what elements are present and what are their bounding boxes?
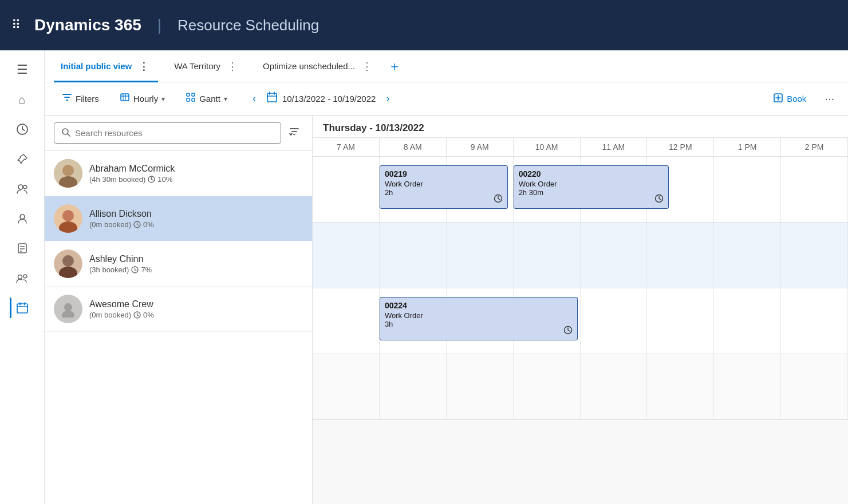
sidebar-item-resources[interactable]	[10, 176, 35, 201]
gantt-row: 00219 Work Order 2h 00220 Work Order 2h …	[313, 157, 848, 223]
search-box[interactable]	[54, 122, 281, 144]
resource-booked: (0m booked)	[89, 311, 131, 319]
sidebar-item-menu[interactable]: ☰	[10, 57, 35, 82]
sidebar-item-calendar[interactable]	[10, 295, 35, 320]
sidebar-item-teams[interactable]	[10, 265, 35, 291]
work-order-00219[interactable]: 00219 Work Order 2h	[380, 165, 508, 209]
resource-name: Abraham McCormick	[89, 164, 303, 174]
time-slot: 12 PM	[647, 138, 714, 156]
next-arrow[interactable]: ›	[378, 89, 397, 109]
list-item[interactable]: Awesome Crew (0m booked) 0%	[45, 287, 312, 332]
tab-optimize[interactable]: Optimize unscheduled... ⋮	[256, 50, 381, 82]
hourly-button[interactable]: Hourly ▾	[112, 88, 173, 109]
tabs-bar: Initial public view ⋮ WA Territory ⋮ Opt…	[45, 50, 848, 82]
svg-point-3	[20, 215, 25, 219]
gantt-panel: Thursday - 10/13/2022 7 AM 8 AM 9 AM 10 …	[313, 116, 848, 504]
gantt-cell	[313, 354, 380, 419]
wo-duration: 2h	[385, 188, 503, 197]
wo-type: Work Order	[385, 311, 573, 320]
svg-point-39	[62, 210, 74, 221]
resource-info: Ashley Chinn (3h booked) 7%	[89, 254, 303, 274]
avatar	[54, 204, 82, 233]
sidebar-item-reports[interactable]	[10, 236, 35, 261]
tab-wa-territory[interactable]: WA Territory ⋮	[167, 50, 247, 82]
clock-icon	[131, 266, 139, 273]
time-slot: 11 AM	[581, 138, 648, 156]
nav-divider: |	[157, 16, 161, 34]
resource-booked: (3h booked)	[89, 265, 129, 274]
toolbar-more-button[interactable]: ···	[820, 90, 839, 108]
tab-initial-public-view[interactable]: Initial public view ⋮	[54, 50, 158, 82]
resource-name: Allison Dickson	[89, 209, 303, 219]
svg-point-8	[18, 275, 22, 279]
list-item[interactable]: Abraham McCormick (4h 30m booked) 10%	[45, 151, 312, 196]
gantt-cell	[781, 157, 848, 222]
resource-name: Awesome Crew	[89, 299, 303, 309]
calendar-icon	[266, 92, 278, 106]
time-slot: 7 AM	[313, 138, 380, 156]
wo-duration: 2h 30m	[519, 188, 664, 197]
tab-more-initial[interactable]: ⋮	[136, 60, 151, 73]
gantt-chevron: ▾	[224, 95, 227, 103]
filters-button[interactable]: Filters	[54, 88, 107, 109]
resource-utilization: 0%	[143, 311, 154, 319]
svg-rect-19	[192, 93, 195, 96]
tab-more-wa[interactable]: ⋮	[225, 60, 240, 73]
tab-more-optimize[interactable]: ⋮	[360, 60, 374, 73]
date-range-text: 10/13/2022 - 10/19/2022	[282, 94, 376, 104]
gantt-icon	[186, 92, 196, 105]
sidebar-item-pin[interactable]	[10, 146, 35, 172]
gantt-cell	[781, 354, 848, 419]
sidebar-item-home[interactable]: ⌂	[10, 87, 35, 112]
gantt-row	[313, 354, 848, 420]
resource-name: Ashley Chinn	[89, 254, 303, 264]
gantt-cell	[581, 288, 648, 354]
svg-point-9	[23, 275, 27, 278]
time-slot: 8 AM	[380, 138, 447, 156]
toolbar: Filters Hourly ▾ Gantt ▾ ‹	[45, 82, 848, 116]
sidebar-item-recent[interactable]	[10, 117, 35, 142]
gantt-cell	[313, 157, 380, 222]
gantt-rows: 00219 Work Order 2h 00220 Work Order 2h …	[313, 157, 848, 504]
search-input[interactable]	[75, 128, 274, 138]
gantt-cell	[714, 288, 781, 354]
sort-button[interactable]	[286, 123, 303, 143]
avatar	[54, 159, 82, 188]
sidebar-item-contacts[interactable]	[10, 206, 35, 231]
main-layout: ☰ ⌂ Initial public view ⋮	[0, 50, 848, 504]
gantt-cell	[447, 223, 514, 288]
gantt-cell	[380, 354, 447, 419]
work-order-00224[interactable]: 00224 Work Order 3h	[380, 297, 578, 340]
gantt-button[interactable]: Gantt ▾	[178, 88, 235, 109]
app-title: Dynamics 365	[34, 16, 141, 34]
resource-search-bar	[45, 116, 312, 151]
gantt-date-header: Thursday - 10/13/2022	[313, 116, 848, 138]
work-order-00220[interactable]: 00220 Work Order 2h 30m	[514, 165, 669, 209]
add-tab-button[interactable]: ＋	[388, 58, 401, 75]
avatar	[54, 249, 82, 278]
list-item[interactable]: Allison Dickson (0m booked) 0%	[45, 196, 312, 241]
svg-rect-21	[192, 98, 195, 101]
hourly-chevron: ▾	[161, 95, 165, 103]
gantt-cell	[781, 223, 848, 288]
svg-point-43	[62, 255, 74, 267]
time-slot: 10 AM	[514, 138, 581, 156]
svg-rect-14	[121, 94, 129, 101]
prev-arrow[interactable]: ‹	[244, 89, 264, 109]
book-button[interactable]: Book	[764, 89, 815, 109]
svg-rect-22	[267, 93, 277, 102]
resource-meta: (3h booked) 7%	[89, 265, 303, 274]
gantt-cell	[514, 354, 581, 419]
resource-info: Abraham McCormick (4h 30m booked) 10%	[89, 164, 303, 184]
resource-meta: (0m booked) 0%	[89, 220, 303, 229]
gantt-cell	[781, 288, 848, 354]
list-item[interactable]: Ashley Chinn (3h booked) 7%	[45, 241, 312, 287]
book-label: Book	[787, 94, 806, 104]
gantt-cell	[514, 223, 581, 288]
gantt-cell	[447, 354, 514, 419]
grid-icon[interactable]: ⠿	[11, 18, 21, 33]
scheduler-body: Abraham McCormick (4h 30m booked) 10%	[45, 116, 848, 504]
wo-number: 00224	[385, 301, 573, 310]
tab-label-optimize: Optimize unscheduled...	[263, 61, 355, 71]
resource-list: Abraham McCormick (4h 30m booked) 10%	[45, 151, 312, 504]
